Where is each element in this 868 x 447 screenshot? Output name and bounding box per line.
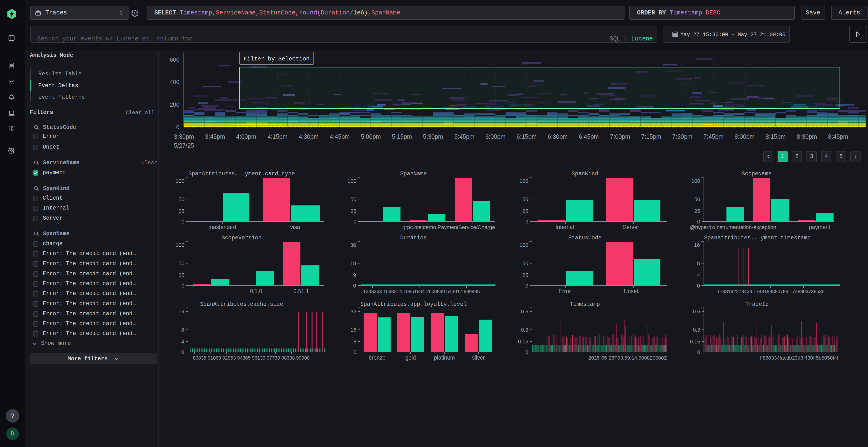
svg-text:16: 16 — [694, 242, 700, 248]
svg-text:4:30pm: 4:30pm — [299, 133, 318, 140]
svg-text:SpanAttributes...yment.timesta: SpanAttributes...yment.timestamp — [704, 235, 811, 241]
svg-text:0: 0 — [525, 283, 528, 289]
svg-text:5/27/25: 5/27/25 — [174, 142, 194, 149]
svg-text:silver: silver — [472, 354, 485, 361]
svg-text:0.3: 0.3 — [693, 327, 700, 333]
svg-text:mastercard: mastercard — [208, 224, 236, 230]
svg-text:0: 0 — [353, 283, 356, 289]
svg-text:0.1.0: 0.1.0 — [250, 288, 262, 294]
svg-text:100: 100 — [519, 242, 528, 248]
svg-text:0: 0 — [525, 219, 528, 225]
svg-text:25: 25 — [350, 208, 356, 214]
svg-text:5:30pm: 5:30pm — [423, 133, 443, 140]
svg-text:visa: visa — [290, 224, 300, 230]
svg-text:0: 0 — [353, 349, 356, 355]
svg-text:Duration: Duration — [400, 235, 427, 241]
svg-text:18: 18 — [350, 260, 356, 266]
svg-text:600: 600 — [170, 56, 179, 63]
svg-text:16: 16 — [179, 309, 184, 314]
svg-text:0: 0 — [182, 219, 184, 225]
svg-text:2025-05-28T03:59:14.900820000Z: 2025-05-28T03:59:14.900820000Z — [588, 355, 667, 360]
svg-text:4: 4 — [181, 339, 184, 345]
svg-text:7:30pm: 7:30pm — [672, 133, 692, 140]
svg-text:25: 25 — [523, 208, 528, 214]
svg-text:platinum: platinum — [434, 354, 455, 361]
svg-text:32: 32 — [350, 309, 356, 314]
svg-text:100: 100 — [176, 178, 184, 184]
svg-text:0.3: 0.3 — [521, 327, 528, 333]
svg-text:8:00pm: 8:00pm — [735, 133, 754, 140]
svg-text:25: 25 — [179, 272, 184, 278]
svg-text:ScopeName: ScopeName — [742, 171, 772, 177]
svg-text:100: 100 — [176, 242, 184, 248]
svg-text:StatusCode: StatusCode — [568, 235, 601, 241]
svg-text:25: 25 — [523, 272, 528, 278]
svg-text:Error: Error — [558, 288, 571, 294]
svg-text:0: 0 — [182, 283, 184, 289]
svg-text:6:00pm: 6:00pm — [485, 133, 505, 140]
svg-text:7:15pm: 7:15pm — [641, 133, 661, 140]
svg-text:ScopeVersion: ScopeVersion — [222, 235, 261, 241]
svg-text:50: 50 — [179, 260, 184, 266]
svg-text:ff860334facdb23d3f430ff5b5050f: ff860334facdb23d3f430ff5b5050f4f — [760, 355, 838, 360]
svg-text:16: 16 — [350, 327, 356, 333]
svg-text:3:30pm: 3:30pm — [174, 133, 194, 140]
svg-text:100: 100 — [519, 178, 528, 184]
svg-text:4:00pm: 4:00pm — [236, 133, 256, 140]
svg-text:SpanAttributes.app.loyalty.lev: SpanAttributes.app.loyalty.level — [360, 301, 467, 308]
svg-text:9: 9 — [353, 272, 356, 278]
svg-text:50: 50 — [179, 196, 184, 202]
svg-text:1333363 1698314 19961834 26008: 1333363 1698314 19961834 2600849 543017 … — [363, 289, 480, 294]
svg-text:6:30pm: 6:30pm — [548, 133, 567, 140]
svg-text:8: 8 — [353, 339, 356, 345]
svg-text:0: 0 — [697, 349, 700, 355]
svg-text:25: 25 — [179, 208, 184, 214]
svg-text:1748192273433 1748199880789 17: 1748192273433 1748199880789 174839373853… — [717, 289, 825, 294]
svg-text:400: 400 — [170, 79, 179, 85]
svg-text:0: 0 — [525, 349, 528, 355]
svg-text:0: 0 — [353, 219, 356, 225]
svg-text:grpc.oteldemo.PaymentService/C: grpc.oteldemo.PaymentService/Charge — [402, 224, 495, 230]
svg-text:8:45pm: 8:45pm — [828, 133, 848, 140]
svg-text:8: 8 — [181, 327, 184, 333]
svg-text:gold: gold — [405, 354, 416, 361]
svg-text:SpanAttributes...yment.card_ty: SpanAttributes...yment.card_type — [188, 171, 295, 177]
svg-text:100: 100 — [691, 178, 700, 184]
svg-text:TraceId: TraceId — [745, 301, 769, 308]
svg-text:8:15pm: 8:15pm — [766, 133, 785, 140]
svg-text:0.6: 0.6 — [521, 309, 528, 314]
svg-text:0.6: 0.6 — [693, 309, 700, 314]
svg-text:bronze: bronze — [369, 354, 385, 361]
svg-text:50: 50 — [523, 196, 528, 202]
svg-text:5:00pm: 5:00pm — [361, 133, 381, 140]
svg-text:50: 50 — [694, 196, 700, 202]
svg-text:Filter by Selection: Filter by Selection — [244, 56, 310, 62]
svg-text:Unset: Unset — [624, 288, 639, 294]
svg-text:8:30pm: 8:30pm — [797, 133, 817, 140]
svg-text:7:00pm: 7:00pm — [610, 133, 630, 140]
svg-text:payment: payment — [809, 224, 830, 230]
svg-text:SpanKind: SpanKind — [572, 171, 598, 177]
svg-text:@hyperdx/instrumentation-excep: @hyperdx/instrumentation-exception — [690, 224, 776, 230]
svg-text:89835 91063 92953 94365 96139: 89835 91063 92953 94365 96139 97730 9833… — [193, 355, 310, 360]
svg-text:8: 8 — [697, 260, 700, 266]
svg-text:200: 200 — [170, 101, 179, 108]
svg-text:4:45pm: 4:45pm — [330, 133, 350, 140]
svg-text:SpanAttributes.cache.size: SpanAttributes.cache.size — [200, 301, 283, 308]
svg-text:0: 0 — [697, 219, 700, 225]
svg-text:6:45pm: 6:45pm — [579, 133, 599, 140]
svg-text:Internal: Internal — [556, 224, 574, 230]
svg-text:0: 0 — [697, 283, 700, 289]
svg-text:100: 100 — [347, 178, 356, 184]
svg-text:0.15: 0.15 — [690, 339, 700, 345]
svg-text:36: 36 — [350, 242, 356, 248]
svg-text:0: 0 — [181, 349, 184, 355]
svg-text:Timestamp: Timestamp — [570, 301, 600, 308]
svg-text:3:45pm: 3:45pm — [205, 133, 225, 140]
svg-text:7:45pm: 7:45pm — [703, 133, 723, 140]
svg-text:0.51.1: 0.51.1 — [293, 288, 309, 294]
svg-text:25: 25 — [694, 208, 700, 214]
svg-text:4: 4 — [697, 272, 700, 278]
svg-text:4:15pm: 4:15pm — [268, 133, 287, 140]
svg-text:0.15: 0.15 — [518, 339, 528, 345]
